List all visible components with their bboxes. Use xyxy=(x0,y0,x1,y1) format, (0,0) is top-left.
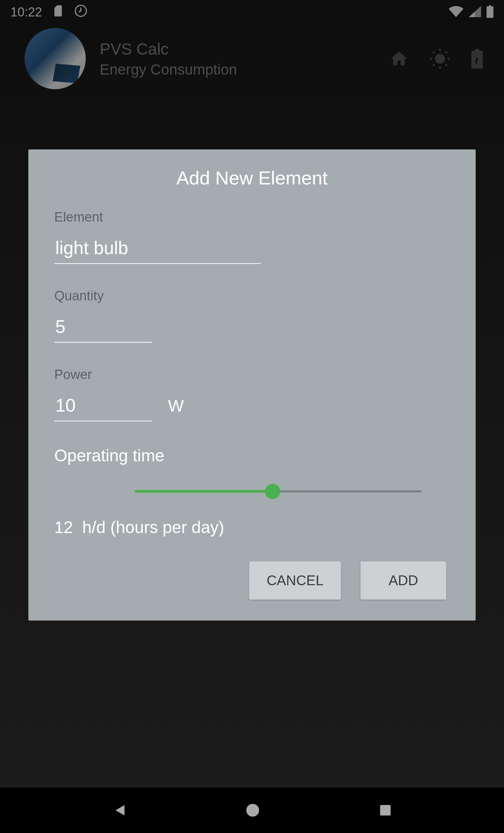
operating-time-value: 12 h/d (hours per day) xyxy=(54,518,450,537)
cancel-button[interactable]: CANCEL xyxy=(249,561,341,600)
element-input[interactable] xyxy=(54,234,261,264)
power-input[interactable] xyxy=(54,392,152,421)
dialog-title: Add New Element xyxy=(54,167,450,189)
element-label: Element xyxy=(54,210,450,225)
dialog-buttons: CANCEL ADD xyxy=(54,561,450,600)
recent-button[interactable] xyxy=(378,803,392,817)
quantity-input[interactable] xyxy=(54,313,152,343)
quantity-label: Quantity xyxy=(54,288,450,303)
power-label: Power xyxy=(54,367,450,382)
back-button[interactable] xyxy=(112,803,127,818)
nav-bar xyxy=(0,788,504,833)
home-button[interactable] xyxy=(245,803,260,818)
quantity-form-group: Quantity xyxy=(54,288,450,343)
svg-rect-3 xyxy=(380,805,391,816)
operating-unit: h/d (hours per day) xyxy=(82,518,224,537)
power-input-row: W xyxy=(54,392,450,421)
power-unit: W xyxy=(168,396,184,415)
svg-point-2 xyxy=(246,804,259,817)
element-form-group: Element xyxy=(54,210,450,264)
slider-fill xyxy=(135,490,273,493)
operating-time-label: Operating time xyxy=(54,446,450,465)
operating-time-slider[interactable] xyxy=(135,484,422,498)
slider-thumb[interactable] xyxy=(265,484,280,499)
power-form-group: Power W xyxy=(54,367,450,421)
operating-hours: 12 xyxy=(54,518,73,537)
add-element-dialog: Add New Element Element Quantity Power W… xyxy=(28,149,476,621)
add-button[interactable]: ADD xyxy=(360,561,446,600)
